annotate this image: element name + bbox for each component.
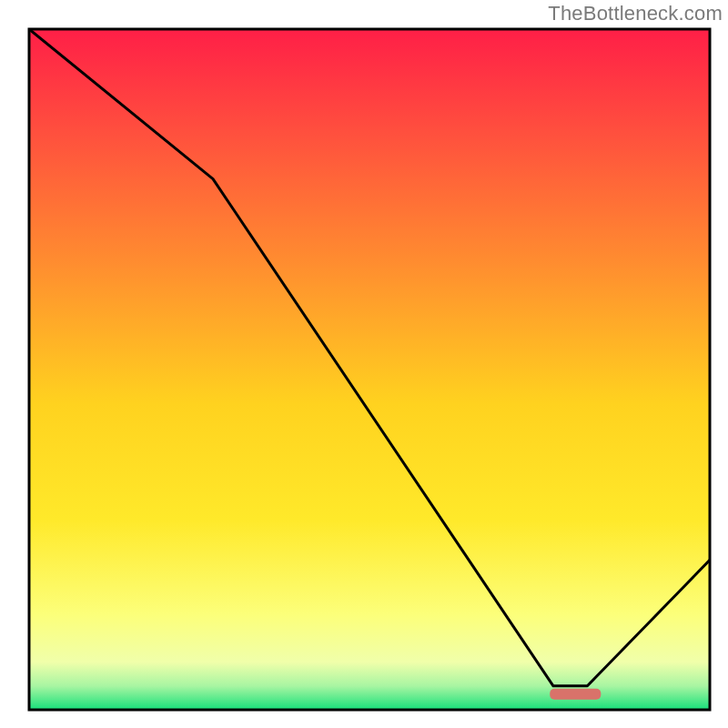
watermark-text: TheBottleneck.com (548, 2, 723, 25)
bottleneck-chart (0, 0, 728, 728)
plot-area (29, 29, 710, 710)
optimal-range-marker (550, 689, 601, 700)
gradient-background (29, 29, 710, 710)
chart-container: TheBottleneck.com (0, 0, 728, 728)
